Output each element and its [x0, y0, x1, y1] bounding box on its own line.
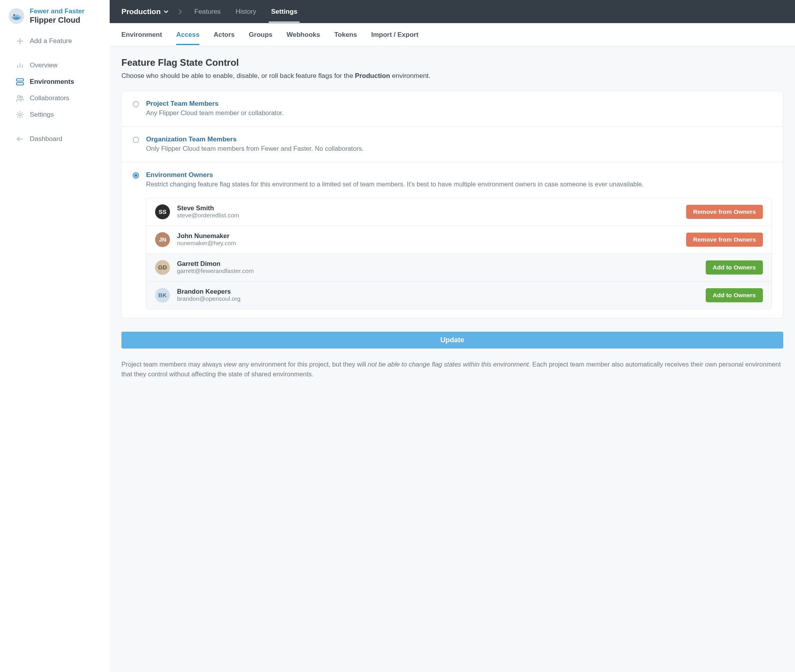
owner-row: JNJohn Nunemakernunemaker@hey.comRemove …	[146, 226, 772, 254]
topnav-settings[interactable]: Settings	[269, 1, 300, 23]
caret-down-icon	[164, 10, 168, 13]
gear-icon	[16, 110, 24, 119]
content: Feature Flag State Control Choose who sh…	[110, 46, 795, 672]
sidebar-item-label: Settings	[30, 111, 54, 119]
owner-info: Brandon Keepersbrandon@opensoul.org	[177, 288, 699, 302]
owner-email: nunemaker@hey.com	[177, 240, 679, 247]
environment-selector[interactable]: Production	[121, 7, 168, 16]
environment-name: Production	[121, 7, 161, 16]
option-title: Environment Owners	[146, 171, 772, 179]
bar-chart-icon	[16, 61, 24, 70]
owner-row: BKBrandon Keepersbrandon@opensoul.orgAdd…	[146, 282, 772, 309]
sidebar-item-label: Environments	[30, 78, 74, 86]
topnav-features[interactable]: Features	[192, 1, 223, 23]
owner-email: brandon@opensoul.org	[177, 295, 699, 302]
subtab-tokens[interactable]: Tokens	[334, 24, 357, 45]
svg-point-4	[18, 96, 20, 98]
subtab-access[interactable]: Access	[176, 24, 200, 45]
owner-email: garrett@fewerandfaster.com	[177, 267, 699, 275]
subtab-groups[interactable]: Groups	[249, 24, 272, 45]
subtabs: Environment Access Actors Groups Webhook…	[110, 23, 795, 46]
svg-rect-3	[16, 83, 23, 85]
sidebar: Fewer and Faster Flipper Cloud Add a Fea…	[0, 0, 110, 672]
sidebar-item-collaborators[interactable]: Collaborators	[0, 90, 110, 107]
option-title: Organization Team Members	[146, 135, 772, 143]
plus-icon	[16, 37, 24, 45]
remove-owner-button[interactable]: Remove from Owners	[686, 233, 763, 247]
environments-icon	[16, 78, 24, 86]
svg-point-6	[19, 114, 21, 116]
avatar: SS	[155, 204, 170, 219]
page-description: Choose who should be able to enable, dis…	[121, 72, 783, 80]
option-desc: Any Flipper Cloud team member or collabo…	[146, 108, 772, 118]
page-title: Feature Flag State Control	[121, 57, 783, 68]
radio-icon[interactable]	[133, 101, 139, 107]
sidebar-item-overview[interactable]: Overview	[0, 57, 110, 74]
avatar: JN	[155, 232, 170, 247]
sidebar-item-settings[interactable]: Settings	[0, 107, 110, 123]
owner-name: Steve Smith	[177, 204, 679, 212]
sidebar-item-label: Dashboard	[30, 135, 62, 143]
avatar: BK	[155, 288, 170, 303]
owner-info: John Nunemakernunemaker@hey.com	[177, 232, 679, 247]
chevron-right-icon	[179, 9, 182, 14]
owners-list: SSSteve Smithsteve@orderedlist.comRemove…	[146, 198, 772, 309]
remove-owner-button[interactable]: Remove from Owners	[686, 205, 763, 219]
users-icon	[16, 94, 24, 103]
sidebar-item-dashboard[interactable]: Dashboard	[0, 131, 110, 147]
owner-info: Steve Smithsteve@orderedlist.com	[177, 204, 679, 219]
subtab-import-export[interactable]: Import / Export	[371, 24, 419, 45]
radio-icon[interactable]	[133, 172, 139, 179]
owner-email: steve@orderedlist.com	[177, 212, 679, 219]
footnote: Project team members may always view any…	[121, 359, 783, 379]
subtab-environment[interactable]: Environment	[121, 24, 162, 45]
owner-name: Brandon Keepers	[177, 288, 699, 295]
radio-icon[interactable]	[133, 137, 139, 143]
option-title: Project Team Members	[146, 100, 772, 108]
flipper-logo-icon	[8, 7, 25, 25]
option-environment-owners[interactable]: Environment Owners Restrict changing fea…	[122, 163, 783, 318]
sidebar-item-add-feature[interactable]: Add a Feature	[0, 33, 110, 49]
svg-point-5	[21, 96, 23, 98]
topbar: Production Features History Settings	[110, 0, 795, 23]
svg-rect-2	[16, 79, 23, 81]
update-button[interactable]: Update	[121, 332, 783, 349]
add-owner-button[interactable]: Add to Owners	[706, 288, 763, 302]
option-desc: Only Flipper Cloud team members from Few…	[146, 144, 772, 154]
subtab-actors[interactable]: Actors	[213, 24, 235, 45]
sidebar-item-label: Add a Feature	[30, 37, 72, 45]
owner-row: SSSteve Smithsteve@orderedlist.comRemove…	[146, 198, 772, 226]
svg-point-1	[13, 14, 15, 16]
sidebar-item-environments[interactable]: Environments	[0, 74, 110, 90]
owner-row: GDGarrett Dimongarrett@fewerandfaster.co…	[146, 254, 772, 282]
brand-product: Flipper Cloud	[30, 15, 85, 25]
add-owner-button[interactable]: Add to Owners	[706, 260, 763, 275]
subtab-webhooks[interactable]: Webhooks	[287, 24, 320, 45]
topnav-history[interactable]: History	[233, 1, 258, 23]
access-options-card: Project Team Members Any Flipper Cloud t…	[121, 91, 783, 318]
avatar: GD	[155, 260, 170, 275]
owner-info: Garrett Dimongarrett@fewerandfaster.com	[177, 260, 699, 275]
brand-org: Fewer and Faster	[30, 7, 85, 15]
brand-block[interactable]: Fewer and Faster Flipper Cloud	[0, 7, 110, 33]
sidebar-item-label: Collaborators	[30, 94, 69, 102]
option-desc: Restrict changing feature flag states fo…	[146, 180, 772, 189]
owner-name: Garrett Dimon	[177, 260, 699, 267]
option-org-members[interactable]: Organization Team Members Only Flipper C…	[122, 127, 783, 163]
arrow-left-icon	[16, 135, 24, 143]
option-project-members[interactable]: Project Team Members Any Flipper Cloud t…	[122, 91, 783, 127]
sidebar-item-label: Overview	[30, 61, 58, 69]
owner-name: John Nunemaker	[177, 232, 679, 240]
